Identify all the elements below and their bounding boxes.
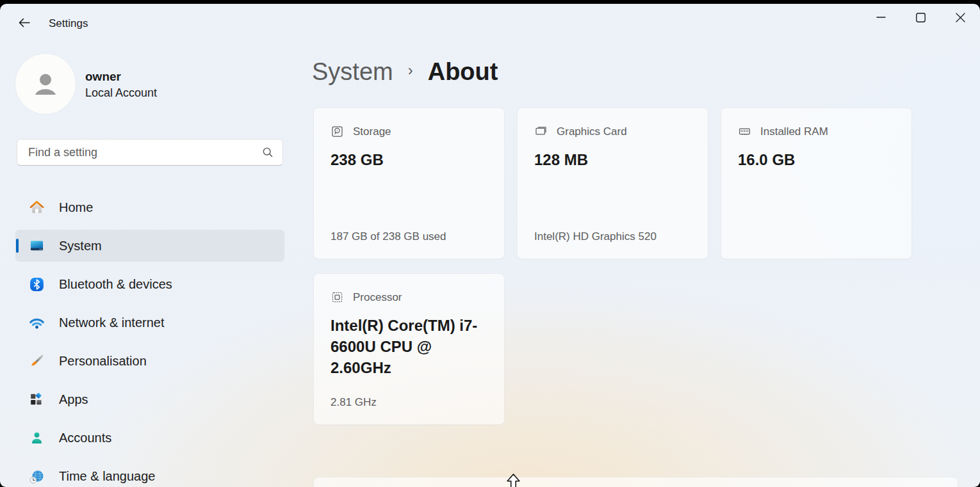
- avatar[interactable]: [15, 54, 76, 114]
- bluetooth-icon: [28, 276, 45, 293]
- network-icon: [28, 314, 45, 331]
- card-label: Storage: [353, 125, 391, 138]
- sidebar-item-time-language[interactable]: Time & language: [15, 460, 284, 487]
- sidebar-item-label: Home: [59, 200, 93, 215]
- home-icon: [28, 199, 45, 216]
- card-value: 16.0 GB: [738, 149, 898, 170]
- maximize-button[interactable]: [901, 4, 940, 31]
- person-icon: [29, 67, 62, 100]
- back-button[interactable]: [13, 12, 36, 35]
- selected-indicator: [16, 239, 19, 253]
- card-detail: 187 GB of 238 GB used: [331, 230, 446, 243]
- minimize-icon: [876, 17, 886, 18]
- user-name: owner: [85, 70, 121, 84]
- page-title: About: [428, 58, 498, 86]
- sidebar-item-apps[interactable]: Apps: [15, 383, 284, 415]
- minimize-button[interactable]: [861, 4, 901, 31]
- card-label: Processor: [353, 291, 402, 304]
- card-label: Graphics Card: [557, 125, 627, 138]
- sidebar-item-label: Personalisation: [59, 354, 147, 369]
- sidebar-item-system[interactable]: System: [15, 230, 284, 262]
- sidebar-item-label: Accounts: [59, 431, 111, 445]
- apps-icon: [28, 391, 45, 408]
- processor-card: Processor Intel(R) Core(TM) i7-6600U CPU…: [313, 273, 505, 425]
- sidebar-item-label: Network & internet: [59, 315, 165, 330]
- sidebar-item-bluetooth-devices[interactable]: Bluetooth & devices: [15, 268, 284, 300]
- storage-card: Storage 238 GB 187 GB of 238 GB used: [313, 108, 505, 259]
- search-icon: [261, 146, 274, 159]
- card-value: Intel(R) Core(TM) i7-6600U CPU @ 2.60GHz: [331, 315, 491, 378]
- card-value: 128 MB: [534, 149, 694, 170]
- graphics-card-card: Graphics Card 128 MB Intel(R) HD Graphic…: [517, 108, 708, 259]
- sidebar-item-label: Bluetooth & devices: [59, 277, 172, 292]
- time-language-icon: [28, 468, 45, 485]
- app-title: Settings: [49, 17, 88, 30]
- back-arrow-icon: [17, 15, 32, 31]
- processor-icon: [331, 291, 344, 304]
- sidebar-item-label: System: [59, 239, 102, 253]
- card-value: 238 GB: [331, 149, 491, 170]
- breadcrumb: System › About: [312, 55, 498, 88]
- search-box: [17, 139, 283, 166]
- ram-icon: [738, 125, 751, 138]
- sidebar-item-personalisation[interactable]: Personalisation: [15, 345, 284, 377]
- personalisation-icon: [28, 353, 45, 370]
- close-button[interactable]: [940, 4, 980, 31]
- search-input[interactable]: [27, 145, 261, 160]
- maximize-icon: [916, 13, 926, 22]
- graphics-card-icon: [534, 125, 548, 138]
- card-detail: 2.81 GHz: [331, 396, 377, 409]
- breadcrumb-separator-icon: ›: [408, 61, 413, 79]
- sidebar-item-accounts[interactable]: Accounts: [15, 422, 284, 454]
- sidebar-item-home[interactable]: Home: [15, 191, 284, 223]
- screen: Settings owner Local Account: [0, 0, 980, 487]
- storage-icon: [331, 125, 344, 138]
- card-label: Installed RAM: [760, 125, 828, 138]
- sidebar-item-network-internet[interactable]: Network & internet: [15, 307, 284, 339]
- partial-settings-row: [313, 477, 958, 487]
- card-detail: Intel(R) HD Graphics 520: [534, 230, 657, 243]
- close-icon: [956, 13, 965, 22]
- system-icon: [28, 237, 45, 255]
- sidebar-item-label: Time & language: [59, 469, 155, 484]
- user-account-type: Local Account: [85, 86, 157, 100]
- installed-ram-card: Installed RAM 16.0 GB: [721, 108, 912, 259]
- accounts-icon: [28, 429, 45, 447]
- window-controls: [861, 4, 980, 31]
- settings-window: Settings owner Local Account: [0, 4, 980, 487]
- sidebar-item-label: Apps: [59, 392, 88, 407]
- breadcrumb-system-link[interactable]: System: [312, 58, 393, 86]
